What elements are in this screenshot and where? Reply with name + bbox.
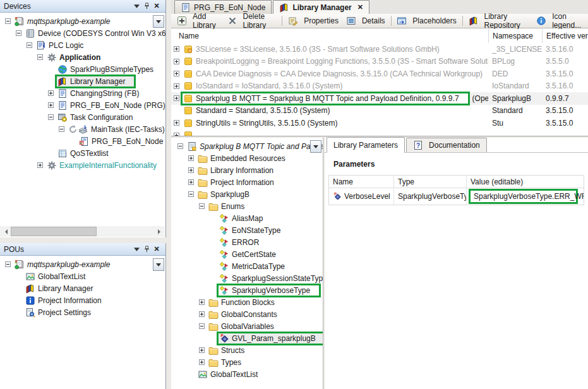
library-row[interactable]: 3SLicense = 3SLicense, 3.5.16.0 (3S - Sm… (171, 43, 588, 56)
collapse-icon[interactable] (4, 261, 12, 267)
icon-legend--button[interactable]: Icon legend... (532, 15, 588, 28)
tree-item[interactable]: Library Manager (0, 75, 165, 87)
expand-icon[interactable] (198, 311, 206, 317)
annotation-box[interactable]: SparkplugVerboseType.ERR_WRN (469, 189, 578, 204)
expand-icon[interactable] (198, 359, 206, 365)
tree-item[interactable]: Types (171, 356, 323, 368)
panel-splitter[interactable] (166, 0, 171, 389)
expand-icon[interactable] (187, 179, 195, 185)
tree-item[interactable]: Sparkplug B MQTT Topic and Payload (171, 140, 323, 152)
expand-icon[interactable] (47, 102, 55, 108)
expand-icon[interactable] (198, 347, 206, 353)
placeholders-button[interactable]: Placeholders (393, 15, 460, 28)
tree-item[interactable]: mqttsparkplugb-example (0, 258, 165, 270)
collapse-icon[interactable] (4, 18, 12, 24)
tab-library-manager[interactable]: Library Manager✕ (273, 0, 369, 14)
chevron-down-icon[interactable] (131, 2, 141, 11)
column-header-effective-version[interactable]: Effective version (542, 29, 588, 43)
tree-item[interactable]: Library Information (171, 164, 323, 176)
dropdown-button[interactable] (153, 15, 164, 28)
tree-item[interactable]: GlobalTextList (171, 368, 323, 380)
expand-icon[interactable] (187, 155, 195, 161)
expand-icon[interactable] (172, 59, 181, 64)
library-row[interactable]: IoStandard = IoStandard, 3.5.16.0 (Syste… (171, 80, 588, 93)
tree-item[interactable]: SparkplugB (171, 188, 323, 200)
collapse-icon[interactable] (57, 126, 66, 132)
tree-item[interactable]: PRG_FB_EoN_Node (PRG) (0, 99, 165, 111)
library-row[interactable] (171, 129, 588, 136)
tree-item[interactable]: SparkplugSessionStateType (171, 272, 323, 284)
close-icon[interactable]: ✕ (152, 2, 162, 11)
tree-item[interactable]: PGVL_Param_sparkplugB (171, 332, 323, 344)
tree-item[interactable]: Project Information (0, 294, 165, 306)
tree-item[interactable]: Enums (171, 200, 323, 212)
tree-item[interactable]: PRG_FB_EoN_Node (0, 135, 165, 147)
tree-item[interactable]: QoSTextlist (0, 147, 165, 159)
devices-horizontal-scrollbar[interactable] (0, 226, 165, 237)
expand-icon[interactable] (172, 46, 181, 52)
collapse-icon[interactable] (25, 42, 33, 48)
tree-item[interactable]: SparkplugVerboseType (171, 284, 323, 296)
tree-item[interactable]: Application (0, 51, 165, 63)
tree-item[interactable]: Structs (171, 344, 323, 356)
tree-item[interactable]: Device (CODESYS Control Win V3 x64) (0, 27, 165, 39)
pin-icon[interactable] (141, 245, 152, 254)
library-row[interactable]: Standard = Standard, 3.5.15.0 (System)St… (171, 105, 588, 117)
expand-icon[interactable] (187, 167, 195, 173)
collapse-icon[interactable] (176, 143, 184, 149)
tree-item[interactable]: GlobalTextList (0, 270, 165, 282)
parameter-value-cell[interactable]: SparkplugVerboseType.ERR_WRN (466, 188, 584, 205)
tree-item[interactable]: Function Blocks (171, 296, 323, 308)
tree-item[interactable]: Task Configuration (0, 111, 165, 123)
tab-documentation[interactable]: ?Documentation (406, 138, 487, 152)
close-icon[interactable]: ✕ (357, 4, 363, 11)
library-repository-button[interactable]: Library Repository (465, 15, 533, 28)
collapse-icon[interactable] (47, 114, 55, 120)
tree-item[interactable]: mqttsparkplugb-example (0, 15, 165, 27)
scroll-left-icon[interactable] (0, 226, 11, 237)
tree-item[interactable]: Project Information (171, 176, 323, 188)
tree-item[interactable]: GetCertState (171, 248, 323, 260)
tree-item[interactable]: Library Manager (0, 282, 165, 294)
chevron-down-icon[interactable] (131, 245, 141, 254)
expand-icon[interactable] (47, 90, 55, 96)
collapse-icon[interactable] (15, 30, 23, 36)
tree-item[interactable]: AliasMap (171, 212, 323, 224)
close-icon[interactable]: ✕ (152, 245, 162, 254)
library-row[interactable]: StringUtils = StringUtils, 3.5.15.0 (Sys… (171, 117, 588, 129)
tree-item[interactable]: GlobalVariables (171, 320, 323, 332)
library-row[interactable]: BreakpointLogging = Breakpoint Logging F… (171, 56, 588, 68)
expand-icon[interactable] (198, 299, 206, 305)
parameter-row[interactable]: PVerboseLevelSparkplugVerboseTypeSparkpl… (329, 188, 584, 205)
collapse-icon[interactable] (198, 203, 206, 209)
tree-item[interactable]: ERROR (171, 236, 323, 248)
tree-item[interactable]: Embedded Resources (171, 152, 323, 164)
details-button[interactable]: Details (342, 15, 389, 28)
expand-icon[interactable] (172, 120, 181, 126)
expand-icon[interactable] (172, 71, 181, 76)
tree-item[interactable]: GlobalConstants (171, 308, 323, 320)
expand-icon[interactable] (172, 83, 181, 89)
scrollbar-thumb[interactable] (11, 227, 97, 236)
tree-item[interactable]: MainTask (IEC-Tasks) (0, 123, 165, 135)
tree-item[interactable]: SparkPlugBSimpleTypes (0, 63, 165, 75)
pin-icon[interactable] (141, 2, 152, 11)
delete-library-button[interactable]: Delete Library (224, 15, 280, 28)
tree-item[interactable]: ChangingString (FB) (0, 87, 165, 99)
tab-library-parameters[interactable]: Library Parameters (327, 137, 405, 153)
tree-item[interactable]: PLC Logic (0, 39, 165, 51)
expand-icon[interactable] (36, 162, 44, 168)
library-row[interactable]: Sparkplug B MQTT = Sparkplug B MQTT Topi… (171, 92, 588, 105)
scroll-right-icon[interactable] (154, 226, 165, 237)
tree-item[interactable]: EoNStateType (171, 224, 323, 236)
properties-button[interactable]: Properties (284, 15, 342, 28)
add-library-button[interactable]: Add Library (173, 15, 224, 28)
column-header-namespace[interactable]: Namespace (488, 29, 542, 43)
expand-icon[interactable] (172, 95, 181, 101)
library-row[interactable]: CAA Device Diagnosis = CAA Device Diagno… (171, 68, 588, 80)
collapse-icon[interactable] (187, 191, 195, 197)
dropdown-button[interactable] (153, 258, 164, 271)
collapse-icon[interactable] (36, 54, 44, 60)
tree-item[interactable]: ExampleInternalFunctionality (0, 159, 165, 171)
dropdown-button[interactable] (310, 140, 321, 153)
